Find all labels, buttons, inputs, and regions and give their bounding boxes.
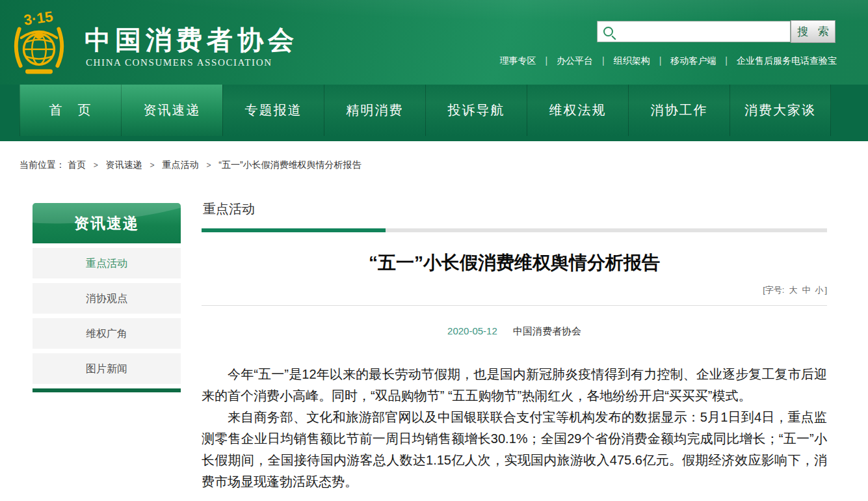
breadcrumb-current-page: “五一”小长假消费维权舆情分析报告 <box>218 159 361 170</box>
article-paragraph: 今年“五一”是12年以来的最长劳动节假期，也是国内新冠肺炎疫情得到有力控制、企业… <box>202 364 827 407</box>
header-link-aftersales[interactable]: 企业售后服务电话查验宝 <box>737 55 837 66</box>
link-separator: | <box>545 55 547 66</box>
article-column: 重点活动 “五一”小长假消费维权舆情分析报告 [字号:大中小] 2020-05-… <box>202 200 827 493</box>
search-icon <box>603 27 613 36</box>
breadcrumb-separator: > <box>206 161 211 170</box>
article-meta: 2020-05-12 中国消费者协会 <box>202 325 827 338</box>
publish-date: 2020-05-12 <box>447 325 497 336</box>
search-box <box>597 21 791 42</box>
sidebar-item-photo-news[interactable]: 图片新闻 <box>33 353 181 384</box>
breadcrumb-home[interactable]: 首页 <box>68 159 86 170</box>
font-size-large-button[interactable]: 大 <box>789 285 797 295</box>
nav-items: 首 页 资讯速递 专题报道 精明消费 投诉导航 维权法规 消协工作 消费大家谈 <box>20 85 831 136</box>
search-input[interactable] <box>613 21 790 42</box>
font-size-medium-button[interactable]: 中 <box>802 285 810 295</box>
header-link-directors[interactable]: 理事专区 <box>499 55 536 66</box>
header-link-office[interactable]: 办公平台 <box>557 55 593 66</box>
font-size-label-suffix: ] <box>824 285 827 295</box>
article-title: “五一”小长假消费维权舆情分析报告 <box>202 251 827 275</box>
font-size-controls: [字号:大中小] <box>202 284 827 296</box>
nav-item-special-reports[interactable]: 专题报道 <box>222 85 324 136</box>
breadcrumb-separator: > <box>94 161 98 170</box>
nav-item-consumer-talk[interactable]: 消费大家谈 <box>730 85 831 136</box>
sidebar: 资讯速递 重点活动 消协观点 维权广角 图片新闻 <box>33 203 181 392</box>
title-divider <box>202 305 827 306</box>
nav-item-cca-work[interactable]: 消协工作 <box>628 85 730 136</box>
article-body: 今年“五一”是12年以来的最长劳动节假期，也是国内新冠肺炎疫情得到有力控制、企业… <box>202 364 827 493</box>
main-nav: 首 页 资讯速递 专题报道 精明消费 投诉导航 维权法规 消协工作 消费大家谈 <box>0 85 868 141</box>
nav-item-home[interactable]: 首 页 <box>20 85 121 136</box>
site-subtitle: CHINA CONSUMERS ASSOCIATION <box>86 57 272 68</box>
nav-item-smart-consumption[interactable]: 精明消费 <box>324 85 425 136</box>
sidebar-item-key-activities[interactable]: 重点活动 <box>33 248 181 278</box>
font-size-label: [字号: <box>763 285 784 295</box>
site-header: 3·15 中国消费者协会 CHINA CONSUMERS ASSOCIATION… <box>0 0 868 85</box>
header-links: 理事专区|办公平台|组织架构|移动客户端|企业售后服务电话查验宝 <box>499 55 837 67</box>
nav-item-news[interactable]: 资讯速递 <box>121 85 222 136</box>
breadcrumb-key-activities[interactable]: 重点活动 <box>162 159 198 170</box>
sidebar-title: 资讯速递 <box>33 203 181 243</box>
section-underline <box>202 228 827 232</box>
link-separator: | <box>725 55 728 66</box>
article-source: 中国消费者协会 <box>513 325 581 336</box>
section-title: 重点活动 <box>203 200 827 218</box>
sidebar-bottom-bar <box>33 388 181 392</box>
font-size-small-button[interactable]: 小 <box>815 285 823 295</box>
link-separator: | <box>659 55 662 66</box>
breadcrumb: 当前位置： 首页 > 资讯速递 > 重点活动 > “五一”小长假消费维权舆情分析… <box>20 159 362 171</box>
header-link-structure[interactable]: 组织架构 <box>614 55 650 66</box>
breadcrumb-label: 当前位置： <box>20 159 65 170</box>
breadcrumb-separator: > <box>150 161 155 170</box>
section-underline-accent <box>202 228 386 232</box>
nav-item-complaint-guide[interactable]: 投诉导航 <box>425 85 527 136</box>
link-separator: | <box>602 55 605 66</box>
article-paragraph: 来自商务部、文化和旅游部官网以及中国银联联合支付宝等机构发布的数据显示：5月1日… <box>202 407 827 493</box>
site-title: 中国消费者协会 <box>85 22 298 58</box>
nav-item-rights-laws[interactable]: 维权法规 <box>527 85 628 136</box>
cca-315-logo-icon[interactable]: 3·15 <box>10 8 68 75</box>
svg-text:3·15: 3·15 <box>23 8 54 29</box>
sidebar-item-rights-wide-angle[interactable]: 维权广角 <box>33 318 181 349</box>
search-button[interactable]: 搜 索 <box>791 20 835 43</box>
header-link-mobile[interactable]: 移动客户端 <box>670 55 716 66</box>
sidebar-item-cca-views[interactable]: 消协观点 <box>33 283 181 314</box>
breadcrumb-news[interactable]: 资讯速递 <box>106 159 142 170</box>
